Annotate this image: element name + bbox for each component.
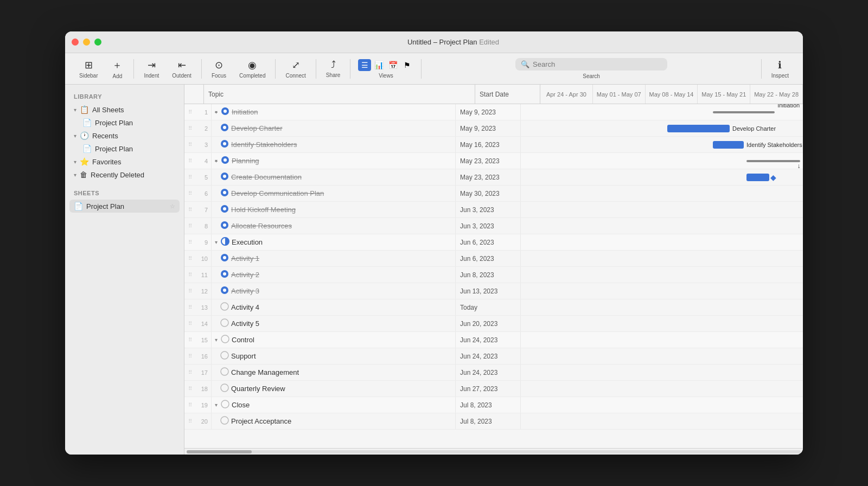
drag-handle[interactable]: ⠿ [184,234,195,250]
drag-handle[interactable]: ⠿ [184,413,195,429]
inspect-button[interactable]: ℹ Inspect [766,57,794,81]
task-row[interactable]: ⠿9▾ExecutionJun 6, 2023 [184,234,803,251]
drag-handle[interactable]: ⠿ [184,218,195,234]
status-circle[interactable] [220,139,229,150]
task-row[interactable]: ⠿18Quarterly ReviewJun 27, 2023 [184,381,803,397]
status-circle[interactable] [220,302,229,312]
indent-button[interactable]: ⇥ Indent [138,57,164,81]
sidebar-item-favorites[interactable]: ▾ ⭐ Favorites [69,155,180,168]
task-row[interactable]: ⠿19▾CloseJul 8, 2023 [184,397,803,413]
task-row[interactable]: ⠿17Change ManagementJun 24, 2023 [184,364,803,381]
scrollbar-thumb[interactable] [187,450,252,453]
status-circle[interactable] [220,221,229,231]
sidebar-toggle-button[interactable]: ⊞ Sidebar [74,57,103,81]
sidebar-item-project-plan-recents[interactable]: 📄 Project Plan [78,142,180,155]
task-topic[interactable]: Support [212,348,456,364]
task-topic[interactable]: Activity 2 [212,267,456,283]
task-row[interactable]: ⠿5Create DocumentationMay 23, 2023◆ [184,169,803,186]
close-button[interactable] [72,39,79,46]
task-topic[interactable]: Hold Kickoff Meeting [212,202,456,218]
drag-handle[interactable]: ⠿ [184,267,195,283]
task-topic[interactable]: ▾Close [212,397,456,413]
drag-handle[interactable]: ⠿ [184,348,195,364]
completed-button[interactable]: ◉ Completed [234,57,271,81]
drag-handle[interactable]: ⠿ [184,299,195,315]
search-input[interactable] [533,60,662,68]
status-circle[interactable] [220,270,229,280]
task-row[interactable]: ⠿2Develop CharterMay 9, 2023Develop Char… [184,120,803,137]
drag-handle[interactable]: ⠿ [184,251,195,266]
drag-handle[interactable]: ⠿ [184,381,195,397]
add-button[interactable]: ＋ Add [105,56,129,81]
task-topic[interactable]: Activity 5 [212,316,456,331]
task-row[interactable]: ⠿6Develop Communication PlanMay 30, 2023 [184,186,803,202]
drag-handle[interactable]: ⠿ [184,397,195,413]
sidebar-item-recents[interactable]: ▾ 🕐 Recents [69,129,180,142]
maximize-button[interactable] [94,39,101,46]
task-row[interactable]: ⠿3Identify StakeholdersMay 16, 2023Ident… [184,137,803,153]
task-topic[interactable]: Activity 4 [212,299,456,315]
sidebar-item-sheets-project-plan[interactable]: 📄 Project Plan ☆ [69,200,180,213]
task-topic[interactable]: Develop Charter [212,120,456,136]
drag-handle[interactable]: ⠿ [184,364,195,380]
expand-chevron[interactable]: ▾ [215,337,218,343]
focus-button[interactable]: ⊙ Focus [206,57,232,81]
status-circle[interactable] [221,107,229,117]
task-topic[interactable]: Allocate Resources [212,218,456,234]
status-circle[interactable] [221,156,229,166]
status-circle[interactable] [221,400,229,410]
task-topic[interactable]: ▾Control [212,332,456,348]
task-row[interactable]: ⠿1▾InitiationMay 9, 2023Initiation [184,104,803,120]
expand-chevron[interactable]: ▾ [215,109,218,115]
drag-handle[interactable]: ⠿ [184,332,195,348]
status-circle[interactable] [220,123,229,133]
drag-handle[interactable]: ⠿ [184,186,195,201]
flag-view-button[interactable]: ⚑ [400,59,413,71]
grid-view-button[interactable]: ☰ [358,59,371,71]
sidebar-item-all-sheets[interactable]: ▾ 📋 All Sheets [69,103,180,116]
task-row[interactable]: ⠿15▾ControlJun 24, 2023 [184,332,803,348]
status-circle[interactable] [220,383,229,394]
minimize-button[interactable] [83,39,90,46]
chart-view-button[interactable]: 📊 [372,59,385,71]
connect-button[interactable]: ⤢ Connect [280,57,311,81]
drag-handle[interactable]: ⠿ [184,316,195,331]
status-circle[interactable] [220,204,229,215]
task-row[interactable]: ⠿12Activity 3Jun 13, 2023 [184,283,803,299]
task-topic[interactable]: Develop Communication Plan [212,186,456,201]
status-circle[interactable] [220,172,229,182]
task-topic[interactable]: ▾Initiation [212,104,456,120]
status-circle[interactable] [220,367,229,378]
status-circle[interactable] [220,188,229,199]
task-row[interactable]: ⠿10Activity 1Jun 6, 2023 [184,251,803,267]
calendar-view-button[interactable]: 📅 [386,59,399,71]
outdent-button[interactable]: ⇤ Outdent [167,57,197,81]
status-circle[interactable] [221,237,229,247]
task-topic[interactable]: ▾Execution [212,234,456,250]
task-topic[interactable]: ▾Planning [212,153,456,169]
task-row[interactable]: ⠿4▾PlanningMay 23, 2023↓ [184,153,803,169]
drag-handle[interactable]: ⠿ [184,137,195,152]
expand-chevron[interactable]: ▾ [215,158,218,164]
status-circle[interactable] [220,416,229,426]
task-topic[interactable]: Create Documentation [212,169,456,185]
task-row[interactable]: ⠿13Activity 4Today [184,299,803,316]
status-circle[interactable] [220,286,229,296]
task-topic[interactable]: Quarterly Review [212,381,456,397]
task-row[interactable]: ⠿16SupportJun 24, 2023 [184,348,803,364]
expand-chevron[interactable]: ▾ [215,239,218,245]
task-topic[interactable]: Change Management [212,364,456,380]
task-topic[interactable]: Project Acceptance [212,413,456,429]
drag-handle[interactable]: ⠿ [184,120,195,136]
task-row[interactable]: ⠿20Project AcceptanceJul 8, 2023 [184,413,803,430]
task-row[interactable]: ⠿8Allocate ResourcesJun 3, 2023 [184,218,803,234]
task-row[interactable]: ⠿14Activity 5Jun 20, 2023 [184,316,803,332]
task-topic[interactable]: Identify Stakeholders [212,137,456,152]
drag-handle[interactable]: ⠿ [184,283,195,299]
task-row[interactable]: ⠿7Hold Kickoff MeetingJun 3, 2023 [184,202,803,218]
task-row[interactable]: ⠿11Activity 2Jun 8, 2023 [184,267,803,283]
horizontal-scrollbar[interactable] [184,448,803,455]
drag-handle[interactable]: ⠿ [184,169,195,185]
task-topic[interactable]: Activity 3 [212,283,456,299]
status-circle[interactable] [220,318,229,329]
